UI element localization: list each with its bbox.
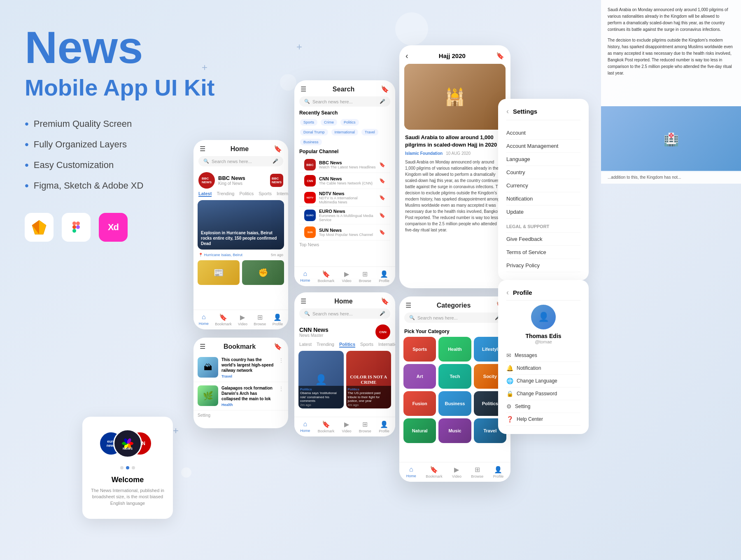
settings-back-icon[interactable]: ‹ xyxy=(506,107,509,116)
tab-politics[interactable]: Politics xyxy=(239,191,254,197)
home-icon-s: ⌂ xyxy=(303,270,307,278)
ndtv-bookmark[interactable]: 🔖 xyxy=(379,195,385,201)
nav-video-cat[interactable]: ▶Video xyxy=(452,466,461,478)
hamburger-bookmark[interactable]: ☰ xyxy=(200,343,205,350)
recent-section: Recently Search Sports Crime Politics Do… xyxy=(294,110,395,149)
bbc-bookmark[interactable]: 🔖 xyxy=(379,162,385,168)
nav-browse-h2[interactable]: ⊞Browse xyxy=(359,420,371,433)
search-bar-home2[interactable]: 🔍 Search news here... 🎤 xyxy=(299,308,390,319)
bookmark-home2[interactable]: 🔖 xyxy=(381,297,389,305)
nav-bookmark-h2[interactable]: 🔖Bookmark xyxy=(318,420,335,433)
nav-browse[interactable]: ⊞Browse xyxy=(254,313,266,326)
nav-profile-s[interactable]: 👤Profile xyxy=(379,270,389,283)
chip-crime[interactable]: Crime xyxy=(321,119,337,126)
chip-travel[interactable]: Travel xyxy=(361,129,378,135)
bookmark-label-cat: Bookmark xyxy=(426,474,443,478)
nav-home-s[interactable]: ⌂Home xyxy=(300,270,310,283)
nav-bookmark[interactable]: 🔖Bookmark xyxy=(215,313,232,326)
nav-video-h2[interactable]: ▶Video xyxy=(342,420,352,433)
nav-video[interactable]: ▶Video xyxy=(238,313,247,326)
profile-notification[interactable]: 🔔 Notification xyxy=(506,362,580,375)
cat-health[interactable]: Health xyxy=(438,337,471,362)
hamburger-search[interactable]: ☰ xyxy=(301,85,306,93)
search-icon-cat: 🔍 xyxy=(409,315,415,320)
tab-international[interactable]: Internation xyxy=(277,191,288,197)
chip-international[interactable]: International xyxy=(331,129,359,135)
nav-profile-h2[interactable]: 👤Profile xyxy=(379,420,389,433)
bookmark-header-icon[interactable]: 🔖 xyxy=(274,343,282,350)
nav-video-s[interactable]: ▶Video xyxy=(342,270,352,283)
profile-change-password[interactable]: 🔒 Change Password xyxy=(506,387,580,400)
tab-trending-h2[interactable]: Trending xyxy=(317,342,334,348)
tab-politics-h2[interactable]: Politics xyxy=(339,342,355,348)
nav-home[interactable]: ⌂Home xyxy=(199,313,209,326)
bookmark-more-2[interactable]: ⋮ xyxy=(278,385,284,407)
nav-home-cat[interactable]: ⌂Home xyxy=(406,466,416,478)
settings-currency[interactable]: Currency xyxy=(506,179,580,192)
nav-browse-s[interactable]: ⊞Browse xyxy=(359,270,371,283)
settings-update[interactable]: Update xyxy=(506,205,580,219)
profile-setting[interactable]: ⚙ Setting xyxy=(506,400,580,413)
nav-bookmark-cat[interactable]: 🔖Bookmark xyxy=(426,466,443,478)
bookmark-search-icon[interactable]: 🔖 xyxy=(381,85,389,93)
settings-account[interactable]: Account xyxy=(506,126,580,140)
settings-account-mgmt[interactable]: Account Management xyxy=(506,140,580,153)
cat-natural[interactable]: Natural xyxy=(403,418,436,443)
nav-browse-cat[interactable]: ⊞Browse xyxy=(471,466,483,478)
hamburger-home2[interactable]: ☰ xyxy=(301,297,306,305)
tab-intl-h2[interactable]: Internation xyxy=(378,342,395,348)
hamburger-icon[interactable]: ☰ xyxy=(200,145,205,153)
cat-tech[interactable]: Tech xyxy=(438,364,471,389)
chip-donal-trump[interactable]: Donal Trump xyxy=(300,129,328,135)
chip-politics[interactable]: Politics xyxy=(340,119,359,126)
article-bookmark-icon[interactable]: 🔖 xyxy=(496,52,504,60)
profile-avatar: 👤 xyxy=(531,305,556,329)
tab-trending[interactable]: Trending xyxy=(217,191,234,197)
profile-help[interactable]: ❓ Help Center xyxy=(506,413,580,426)
tab-latest[interactable]: Latest xyxy=(198,191,212,197)
cat-fusion[interactable]: Fusion xyxy=(403,391,436,416)
settings-language[interactable]: Language xyxy=(506,153,580,166)
cat-sports[interactable]: Sports xyxy=(403,337,436,362)
profile-messages[interactable]: ✉ Messages xyxy=(506,349,580,362)
cat-art[interactable]: Art xyxy=(403,364,436,389)
tab-sports[interactable]: Sports xyxy=(259,191,272,197)
search-bar-categories[interactable]: 🔍 Search news here... 🎤 xyxy=(404,313,506,323)
nav-bookmark-s[interactable]: 🔖Bookmark xyxy=(318,270,335,283)
nav-profile-cat[interactable]: 👤Profile xyxy=(493,466,504,478)
chip-business[interactable]: Business xyxy=(300,139,322,145)
euro-bookmark[interactable]: 🔖 xyxy=(379,212,385,218)
search-bar[interactable]: 🔍 Search news here... 🎤 xyxy=(198,156,283,166)
article-caption-text: ...addition to this, the Kingdom has not… xyxy=(608,175,734,180)
tab-sports-h2[interactable]: Sports xyxy=(360,342,373,348)
settings-feedback[interactable]: Give Feedback xyxy=(506,233,580,246)
settings-country[interactable]: Country xyxy=(506,166,580,179)
cnn-channel-info: CNN News The Cable News Network (CNN) xyxy=(319,176,376,185)
cat-business[interactable]: Business xyxy=(438,391,471,416)
settings-legal-title: Legal & Support xyxy=(506,221,580,233)
nav-profile[interactable]: 👤Profile xyxy=(273,313,283,326)
search-icon-small: 🔍 xyxy=(203,159,209,164)
home2-title: Home xyxy=(334,298,352,305)
nav-home-h2[interactable]: ⌂Home xyxy=(300,420,310,433)
chip-sports[interactable]: Sports xyxy=(300,119,317,126)
welcome-card: euronews NEWS CNN Welcome The News Int xyxy=(82,417,173,519)
cat-music[interactable]: Music xyxy=(438,418,471,443)
back-arrow[interactable]: ‹ xyxy=(405,51,408,61)
tab-latest-h2[interactable]: Latest xyxy=(299,342,312,348)
search-bar-search[interactable]: 🔍 Search news here... 🎤 xyxy=(299,96,390,107)
hamburger-categories[interactable]: ☰ xyxy=(405,301,411,309)
profile-back-icon[interactable]: ‹ xyxy=(506,288,509,297)
cnn-bookmark[interactable]: 🔖 xyxy=(379,178,385,184)
settings-notification[interactable]: Notification xyxy=(506,192,580,205)
settings-privacy[interactable]: Privacy Policy xyxy=(506,259,580,272)
category-grid: Sports Health Lifestyl Art Tech Socity F… xyxy=(399,337,510,443)
bookmark-more-1[interactable]: ⋮ xyxy=(278,357,284,378)
settings-terms[interactable]: Terms of Service xyxy=(506,246,580,259)
sun-bookmark[interactable]: 🔖 xyxy=(379,229,385,235)
cnn-source-info: CNN News News Master xyxy=(299,327,372,338)
bookmark-icon[interactable]: 🔖 xyxy=(274,145,282,153)
article-time: 5m ago xyxy=(271,253,283,257)
profile-label-s: Profile xyxy=(379,279,389,283)
profile-change-language[interactable]: 🌐 Change Language xyxy=(506,375,580,387)
